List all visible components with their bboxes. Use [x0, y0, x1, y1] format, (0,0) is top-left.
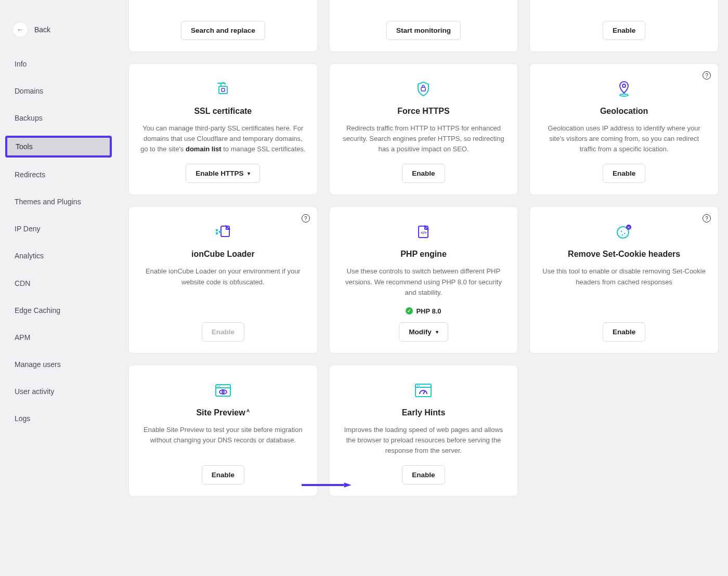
- help-icon[interactable]: ?: [703, 214, 711, 222]
- enable-button[interactable]: Enable: [603, 21, 645, 40]
- svg-point-25: [417, 385, 418, 386]
- svg-point-14: [622, 234, 623, 236]
- sidebar-item-apm[interactable]: APM: [5, 328, 112, 347]
- lock-icon: [214, 78, 232, 99]
- sidebar-item-info[interactable]: Info: [5, 54, 112, 74]
- sidebar-item-domains[interactable]: Domains: [5, 81, 112, 101]
- svg-point-4: [620, 94, 628, 96]
- card-desc: Use these controls to switch between dif…: [340, 266, 508, 297]
- preview-icon: [214, 380, 232, 401]
- sidebar-item-manage-users[interactable]: Manage users: [5, 355, 112, 374]
- sidebar-item-cdn[interactable]: CDN: [5, 273, 112, 293]
- card-desc: Use this tool to enable or disable remov…: [540, 266, 708, 287]
- sidebar-item-redirects[interactable]: Redirects: [5, 165, 112, 185]
- svg-point-13: [624, 233, 626, 234]
- php-icon: </>: [415, 221, 431, 242]
- sidebar-item-backups[interactable]: Backups: [5, 108, 112, 128]
- sidebar-item-logs[interactable]: Logs: [5, 409, 112, 428]
- sidebar-item-user-activity[interactable]: User activity: [5, 382, 112, 401]
- card-force-https: Force HTTPSRedirects traffic from HTTP t…: [329, 63, 518, 195]
- card-title: ionCube Loader: [191, 250, 255, 259]
- enable-button[interactable]: Enable: [402, 164, 445, 183]
- svg-point-12: [621, 231, 622, 232]
- svg-point-22: [222, 391, 224, 393]
- back-button[interactable]: ←: [12, 22, 28, 37]
- card-desc: Enable ionCube Loader on your environmen…: [139, 266, 307, 287]
- tools-grid: hidden pain. Search and replace hidden y…: [128, 0, 719, 496]
- sidebar-item-tools[interactable]: Tools: [5, 136, 112, 158]
- speed-icon: [413, 380, 433, 401]
- back-row: ← Back: [0, 22, 117, 50]
- svg-line-27: [423, 391, 425, 394]
- card-geolocation: ?GeolocationGeolocation uses IP address …: [529, 63, 719, 195]
- card-title: Geolocation: [600, 107, 648, 116]
- card-desc: Redirects traffic from HTTP to HTTPS for…: [340, 123, 508, 154]
- enable-https-button[interactable]: Enable HTTPS▾: [186, 164, 260, 183]
- svg-rect-6: [216, 229, 218, 231]
- start-monitoring-button[interactable]: Start monitoring: [386, 21, 461, 40]
- php-version-status: ✓PHP 8.0: [406, 307, 441, 315]
- main-content: hidden pain. Search and replace hidden y…: [117, 0, 728, 576]
- ioncube-icon: [214, 221, 232, 242]
- sidebar-item-ip-deny[interactable]: IP Deny: [5, 219, 112, 239]
- chevron-down-icon: ▾: [248, 171, 250, 176]
- enable-button[interactable]: Enable: [603, 164, 645, 183]
- sidebar: ← Back InfoDomainsBackupsToolsRedirectsT…: [0, 0, 117, 576]
- geo-icon: [616, 78, 632, 99]
- svg-point-19: [217, 386, 218, 387]
- svg-rect-8: [219, 231, 221, 233]
- svg-point-20: [219, 386, 220, 387]
- card-enable-top: hidden Enable: [529, 0, 719, 52]
- modify-button[interactable]: Modify▾: [399, 322, 448, 342]
- sidebar-nav: InfoDomainsBackupsToolsRedirectsThemes a…: [0, 50, 117, 429]
- svg-rect-1: [222, 88, 225, 91]
- svg-rect-2: [421, 87, 425, 91]
- card-ioncube-loader: ?ionCube LoaderEnable ionCube Loader on …: [128, 206, 318, 353]
- card-title: PHP engine: [400, 250, 447, 259]
- card-ssl-certificate: SSL certificateYou can manage third-part…: [128, 63, 318, 195]
- search-replace-button[interactable]: Search and replace: [181, 21, 265, 40]
- help-icon[interactable]: ?: [302, 214, 310, 222]
- card-desc: You can manage third-party SSL certifica…: [139, 123, 307, 154]
- sidebar-item-edge-caching[interactable]: Edge Caching: [5, 300, 112, 320]
- back-label: Back: [34, 25, 50, 34]
- card-title: Early Hints: [402, 408, 446, 417]
- svg-point-3: [622, 84, 626, 87]
- shield-icon: [416, 78, 431, 99]
- card-title: SSL certificate: [194, 107, 252, 116]
- svg-rect-7: [216, 232, 218, 234]
- arrow-left-icon: ←: [17, 25, 24, 34]
- sidebar-item-themes-and-plugins[interactable]: Themes and Plugins: [5, 192, 112, 212]
- card-early-hints: Early HintsImproves the loading speed of…: [329, 365, 518, 496]
- app-layout: ← Back InfoDomainsBackupsToolsRedirectsT…: [0, 0, 728, 576]
- card-desc: Improves the loading speed of web pages …: [340, 425, 508, 456]
- card-desc: Geolocation uses IP address to identify …: [540, 123, 708, 154]
- enable-button[interactable]: Enable: [402, 465, 445, 485]
- card-site-preview: Site PreviewAEnable Site Preview to test…: [128, 365, 318, 496]
- chevron-down-icon: ▾: [436, 329, 438, 335]
- svg-text:✕: ✕: [627, 226, 630, 229]
- svg-text:</>: </>: [421, 230, 427, 235]
- card-remove-set-cookie-headers: ?✕Remove Set-Cookie headersUse this tool…: [529, 206, 719, 353]
- enable-button[interactable]: Enable: [202, 465, 244, 485]
- help-icon[interactable]: ?: [703, 71, 711, 80]
- card-monitoring: hidden your website. Use with care as it…: [329, 0, 518, 52]
- card-desc: Enable Site Preview to test your site be…: [139, 425, 307, 446]
- enable-button: Enable: [202, 322, 244, 342]
- card-search-replace: hidden pain. Search and replace: [128, 0, 318, 52]
- cookie-icon: ✕: [615, 221, 633, 242]
- sidebar-item-analytics[interactable]: Analytics: [5, 246, 112, 266]
- domain-list-link[interactable]: domain list: [186, 145, 222, 153]
- svg-rect-0: [219, 86, 227, 94]
- check-icon: ✓: [406, 307, 413, 315]
- svg-point-26: [419, 385, 420, 386]
- card-title: Site PreviewA: [196, 408, 250, 417]
- card-php-engine: </>PHP engineUse these controls to switc…: [329, 206, 518, 353]
- enable-button[interactable]: Enable: [603, 322, 645, 342]
- card-title: Remove Set-Cookie headers: [568, 250, 680, 259]
- card-title: Force HTTPS: [397, 107, 449, 116]
